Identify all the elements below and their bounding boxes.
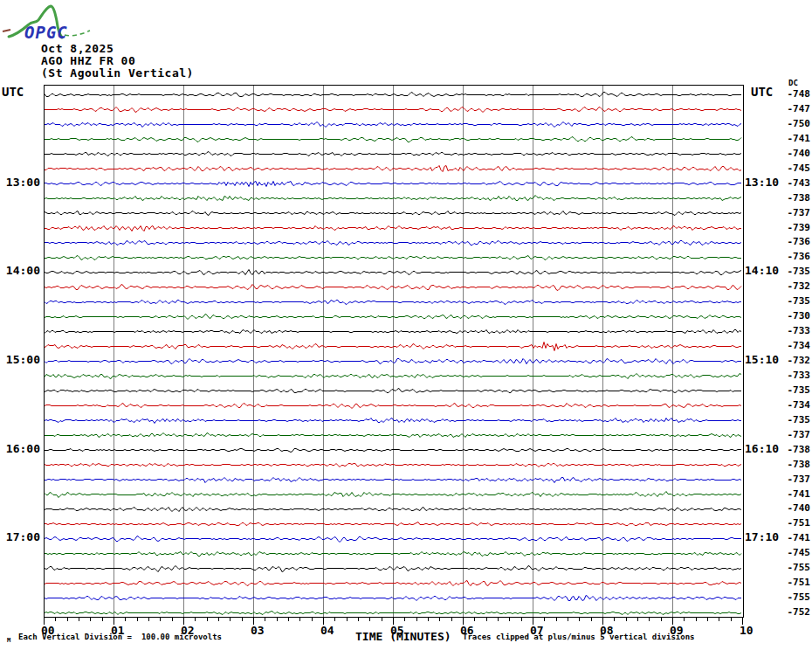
x-tick-label: 04 [320, 624, 334, 637]
dc-value: -735 [767, 295, 810, 307]
scale-note: Each Vertical Division = 100.00 microvol… [18, 633, 222, 641]
dc-value: -735 [767, 414, 810, 425]
dc-value: -737 [767, 429, 810, 440]
dc-value: -747 [767, 103, 810, 114]
dc-value: -737 [767, 474, 810, 485]
micro-glyph: M [7, 637, 10, 644]
helicorder-plot [44, 85, 744, 626]
dc-value: -736 [767, 236, 810, 247]
dc-value: -732 [767, 280, 810, 292]
webicorder-page: OPGC Oct 8,2025 AGO HHZ FR 00 (St Agouli… [0, 0, 812, 650]
left-hour-label: 16:00 [0, 442, 40, 455]
dc-header: DC [788, 79, 798, 87]
dc-value: -741 [767, 532, 810, 543]
dc-value: -745 [767, 162, 810, 174]
logo-left-dash [3, 30, 10, 31]
dc-value: -738 [767, 444, 810, 455]
x-axis-title: TIME (MINUTES) [355, 630, 451, 643]
header-date: Oct 8,2025 [41, 43, 194, 55]
dc-value: -752 [767, 606, 810, 618]
dc-value: -735 [767, 266, 810, 277]
dc-value: -740 [767, 148, 810, 159]
dc-value: -737 [767, 207, 810, 218]
header-subtitle: (St Agoulin Vertical) [41, 67, 194, 80]
dc-value: -735 [767, 384, 810, 396]
dc-value: -736 [767, 251, 810, 262]
opgc-logo: OPGC [2, 2, 94, 45]
dc-value: -734 [767, 399, 810, 411]
dc-value: -750 [767, 118, 810, 129]
dc-value: -738 [767, 192, 810, 204]
logo-text: OPGC [24, 23, 68, 42]
x-tick-label: 03 [251, 624, 265, 637]
left-hour-label: 14:00 [0, 264, 40, 277]
header-station: AGO HHZ FR 00 [41, 55, 194, 67]
dc-value: -748 [767, 88, 810, 100]
clip-note: Traces clipped at plus/minus 5 vertical … [463, 633, 695, 641]
logo-right-dash [65, 31, 90, 36]
dc-value: -730 [767, 310, 810, 322]
left-hour-label: 13:00 [0, 176, 40, 189]
dc-value: -733 [767, 325, 810, 336]
dc-value: -755 [767, 562, 810, 573]
dc-value: -741 [767, 133, 810, 144]
dc-value: -743 [767, 177, 810, 189]
dc-value: -739 [767, 222, 810, 233]
dc-value: -745 [767, 547, 810, 558]
left-hour-label: 17:00 [0, 530, 40, 543]
dc-value: -751 [767, 517, 810, 529]
dc-value: -738 [767, 459, 810, 470]
header-block: Oct 8,2025 AGO HHZ FR 00 (St Agoulin Ver… [41, 43, 194, 80]
x-tick-label: 10 [740, 624, 754, 637]
dc-value: -733 [767, 370, 810, 381]
dc-value: -732 [767, 355, 810, 366]
dc-value: -751 [767, 577, 810, 588]
dc-value: -755 [767, 591, 810, 603]
left-utc-header: UTC [2, 85, 24, 99]
left-hour-label: 15:00 [0, 353, 40, 366]
dc-value: -740 [767, 502, 810, 514]
dc-value: -734 [767, 340, 810, 351]
dc-value: -741 [767, 488, 810, 500]
